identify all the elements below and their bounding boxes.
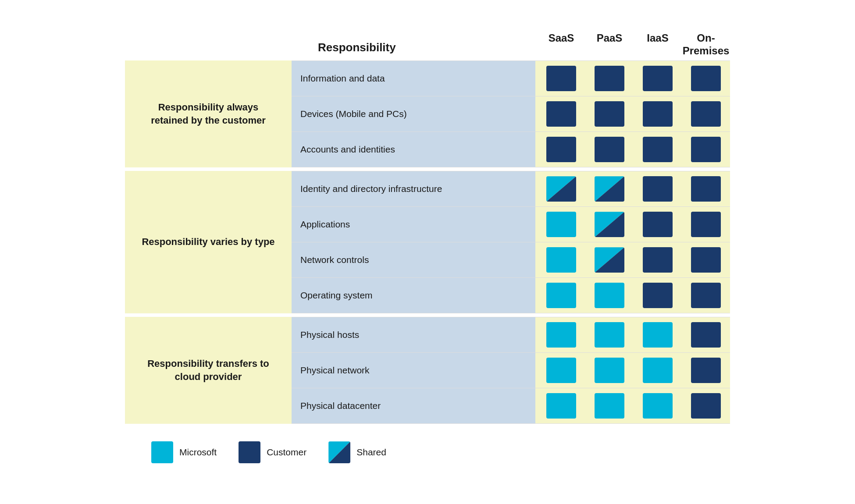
row-label: Applications <box>292 207 537 242</box>
customer-block <box>691 66 721 91</box>
cell <box>682 96 730 131</box>
table-row: Network controls <box>292 242 730 278</box>
customer-block <box>691 393 721 419</box>
cell <box>585 242 634 277</box>
row-cells <box>537 207 730 242</box>
row-cells <box>537 61 730 96</box>
customer-block <box>595 101 624 127</box>
cell <box>537 317 585 352</box>
customer-block <box>691 101 721 127</box>
row-cells <box>537 353 730 388</box>
cell <box>682 278 730 313</box>
table-row: Accounts and identities <box>292 132 730 167</box>
customer-block <box>643 212 673 237</box>
customer-block <box>691 212 721 237</box>
cell <box>537 132 585 167</box>
cell <box>634 317 682 352</box>
cell <box>537 353 585 388</box>
customer-block <box>691 176 721 202</box>
row-cells <box>537 96 730 131</box>
row-label: Identity and directory infrastructure <box>292 171 537 206</box>
cell <box>634 278 682 313</box>
responsibility-header: Responsibility <box>318 41 537 57</box>
microsoft-block <box>595 322 624 348</box>
cell <box>537 61 585 96</box>
section-varies: Responsibility varies by typeIdentity an… <box>125 171 730 313</box>
table-row: Physical network <box>292 353 730 388</box>
legend: MicrosoftCustomerShared <box>125 441 730 463</box>
microsoft-block <box>643 358 673 383</box>
row-label: Physical hosts <box>292 317 537 352</box>
cell <box>634 353 682 388</box>
cell <box>537 388 585 423</box>
customer-block <box>595 66 624 91</box>
row-cells <box>537 388 730 423</box>
customer-block <box>546 101 576 127</box>
cell <box>585 207 634 242</box>
cell <box>585 61 634 96</box>
cell <box>585 132 634 167</box>
column-header: PaaS <box>585 32 634 57</box>
table-row: Physical datacenter <box>292 388 730 424</box>
legend-item-customer: Customer <box>239 441 306 463</box>
legend-label: Shared <box>356 447 386 458</box>
row-label: Physical datacenter <box>292 388 537 423</box>
shared-block <box>595 176 624 202</box>
section-always: Responsibility always retained by the cu… <box>125 60 730 167</box>
cell <box>682 171 730 206</box>
legend-label: Microsoft <box>179 447 217 458</box>
microsoft-block <box>595 358 624 383</box>
cell <box>634 61 682 96</box>
customer-block <box>643 176 673 202</box>
column-header: On- Premises <box>682 32 730 57</box>
table-row: Devices (Mobile and PCs) <box>292 96 730 132</box>
legend-item-microsoft: Microsoft <box>151 441 217 463</box>
section-label: Responsibility always retained by the cu… <box>125 60 292 167</box>
row-label: Accounts and identities <box>292 132 537 167</box>
customer-block <box>595 137 624 162</box>
row-label: Network controls <box>292 242 537 277</box>
customer-block <box>546 66 576 91</box>
cell <box>585 353 634 388</box>
row-cells <box>537 278 730 313</box>
cell <box>682 388 730 423</box>
table-row: Applications <box>292 207 730 242</box>
cell <box>585 278 634 313</box>
cell <box>537 171 585 206</box>
cell <box>634 388 682 423</box>
microsoft-block <box>546 322 576 348</box>
legend-shared-box <box>328 441 350 463</box>
cell <box>634 207 682 242</box>
row-label: Physical network <box>292 353 537 388</box>
microsoft-block <box>595 393 624 419</box>
shared-block <box>595 212 624 237</box>
cell <box>634 96 682 131</box>
cell <box>634 132 682 167</box>
microsoft-block <box>546 247 576 273</box>
legend-customer-box <box>239 441 260 463</box>
row-label: Information and data <box>292 61 537 96</box>
customer-block <box>643 247 673 273</box>
main-table: Responsibility always retained by the cu… <box>125 60 730 424</box>
row-cells <box>537 171 730 206</box>
customer-block <box>691 358 721 383</box>
cell <box>682 317 730 352</box>
legend-label: Customer <box>267 447 306 458</box>
chart-wrapper: Responsibility SaaSPaaSIaaSOn- Premises … <box>99 14 756 490</box>
microsoft-block <box>643 322 673 348</box>
cell <box>537 207 585 242</box>
customer-block <box>643 66 673 91</box>
cell <box>682 353 730 388</box>
cell <box>585 171 634 206</box>
section-label: Responsibility varies by type <box>125 171 292 313</box>
column-header: SaaS <box>537 32 585 57</box>
table-row: Identity and directory infrastructure <box>292 171 730 207</box>
customer-block <box>546 137 576 162</box>
section-label: Responsibility transfers to cloud provid… <box>125 317 292 424</box>
row-label: Operating system <box>292 278 537 313</box>
shared-block <box>546 176 576 202</box>
cell <box>585 317 634 352</box>
customer-block <box>643 101 673 127</box>
cell <box>682 207 730 242</box>
cell <box>537 278 585 313</box>
